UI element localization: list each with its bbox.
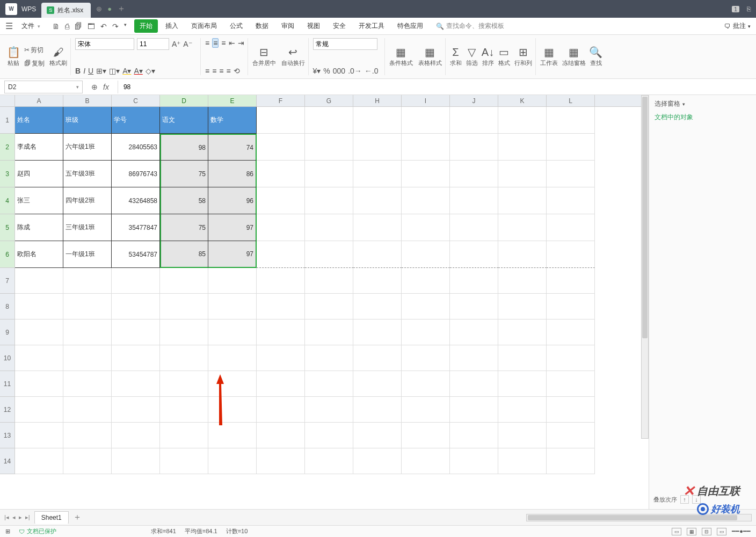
filter-button[interactable]: ▽筛选 bbox=[466, 46, 478, 67]
cell-C8[interactable] bbox=[112, 294, 160, 320]
align-middle-icon[interactable]: ≡ bbox=[212, 38, 219, 48]
cell-K12[interactable] bbox=[498, 397, 547, 423]
row-header-2[interactable]: 2 bbox=[0, 134, 15, 161]
tab-pin-icon[interactable]: ⊕ bbox=[96, 5, 102, 13]
font-size-select[interactable] bbox=[137, 38, 169, 50]
worksheet-button[interactable]: ▦工作表 bbox=[540, 46, 558, 67]
cell-F3[interactable] bbox=[257, 161, 305, 187]
cell-I12[interactable] bbox=[402, 397, 450, 423]
selection-pane-title[interactable]: 选择窗格 ▾ bbox=[655, 99, 751, 108]
row-header-6[interactable]: 6 bbox=[0, 241, 15, 268]
cell-B9[interactable] bbox=[63, 320, 112, 345]
cell-B5[interactable]: 三年级1班 bbox=[63, 214, 112, 241]
cell-K9[interactable] bbox=[498, 320, 547, 345]
window-count-badge[interactable]: 1 bbox=[732, 6, 739, 12]
move-down-button[interactable]: ↓ bbox=[692, 495, 701, 504]
cell-I3[interactable] bbox=[402, 161, 450, 187]
fill-color-icon[interactable]: A▾ bbox=[122, 67, 131, 75]
cell-F12[interactable] bbox=[257, 397, 305, 423]
cell-E11[interactable] bbox=[208, 371, 257, 397]
number-format-select[interactable] bbox=[313, 38, 377, 50]
cell-B6[interactable]: 一年级1班 bbox=[63, 241, 112, 268]
name-box[interactable]: D2 ▾ bbox=[4, 81, 83, 93]
cell-F6[interactable] bbox=[257, 241, 305, 268]
copy-button[interactable]: 🗐复制 bbox=[22, 58, 47, 69]
tab-developer[interactable]: 开发工具 bbox=[353, 19, 390, 33]
cell-F9[interactable] bbox=[257, 320, 305, 345]
column-header-H[interactable]: H bbox=[353, 95, 402, 106]
cell-J11[interactable] bbox=[450, 371, 498, 397]
row-header-13[interactable]: 13 bbox=[0, 423, 15, 448]
sheet-next-icon[interactable]: ▸ bbox=[19, 514, 22, 521]
cell-C13[interactable] bbox=[112, 423, 160, 448]
cell-L14[interactable] bbox=[547, 448, 595, 474]
command-search[interactable]: 🔍 查找命令、搜索模板 bbox=[436, 21, 504, 31]
cell-A11[interactable] bbox=[15, 371, 63, 397]
sheet-first-icon[interactable]: |◂ bbox=[4, 514, 9, 521]
tab-home[interactable]: 开始 bbox=[134, 19, 158, 33]
cell-C9[interactable] bbox=[112, 320, 160, 345]
cell-J13[interactable] bbox=[450, 423, 498, 448]
cell-D12[interactable] bbox=[160, 397, 208, 423]
save-icon[interactable]: 🗎 bbox=[52, 22, 60, 31]
column-header-A[interactable]: A bbox=[15, 95, 63, 106]
tab-security[interactable]: 安全 bbox=[328, 19, 351, 33]
file-menu[interactable]: 文件 ▾ bbox=[17, 19, 45, 33]
cell-F14[interactable] bbox=[257, 448, 305, 474]
column-header-J[interactable]: J bbox=[450, 95, 498, 106]
tab-insert[interactable]: 插入 bbox=[160, 19, 184, 33]
row-header-5[interactable]: 5 bbox=[0, 214, 15, 241]
wrap-text-button[interactable]: ↩ 自动换行 bbox=[281, 46, 305, 67]
view-break-icon[interactable]: ⊟ bbox=[702, 528, 711, 535]
cell-G2[interactable] bbox=[305, 134, 353, 161]
cell-A2[interactable]: 李成名 bbox=[15, 134, 63, 161]
cell-G11[interactable] bbox=[305, 371, 353, 397]
spreadsheet-grid[interactable]: ABCDEFGHIJKL 1姓名班级学号语文数学2李成名六年级1班2840556… bbox=[0, 95, 649, 509]
protected-status[interactable]: 🛡 文档已保护 bbox=[19, 527, 56, 535]
cell-G14[interactable] bbox=[305, 448, 353, 474]
cell-F8[interactable] bbox=[257, 294, 305, 320]
cell-L13[interactable] bbox=[547, 423, 595, 448]
cell-G3[interactable] bbox=[305, 161, 353, 187]
italic-icon[interactable]: I bbox=[83, 67, 85, 75]
cell-E10[interactable] bbox=[208, 345, 257, 371]
cell-F11[interactable] bbox=[257, 371, 305, 397]
paste-button[interactable]: 📋 粘贴 bbox=[8, 46, 19, 67]
cell-E9[interactable] bbox=[208, 320, 257, 345]
cell-H3[interactable] bbox=[353, 161, 402, 187]
cell-E6[interactable]: 97 bbox=[208, 241, 257, 268]
cell-A5[interactable]: 陈成 bbox=[15, 214, 63, 241]
cell-G13[interactable] bbox=[305, 423, 353, 448]
cell-C4[interactable]: 43264858 bbox=[112, 187, 160, 214]
row-header-7[interactable]: 7 bbox=[0, 268, 15, 294]
cell-I7[interactable] bbox=[402, 268, 450, 294]
align-left-icon[interactable]: ≡ bbox=[205, 67, 209, 75]
cell-G8[interactable] bbox=[305, 294, 353, 320]
document-tab[interactable]: S 姓名.xlsx bbox=[41, 3, 91, 18]
window-menu-icon[interactable]: ⎘ bbox=[747, 5, 751, 13]
cell-J4[interactable] bbox=[450, 187, 498, 214]
cell-I5[interactable] bbox=[402, 214, 450, 241]
print-preview-icon[interactable]: 🗐 bbox=[75, 22, 82, 31]
sheet-nav-buttons[interactable]: |◂ ◂ ▸ ▸| bbox=[4, 514, 30, 521]
row-header-3[interactable]: 3 bbox=[0, 161, 15, 187]
cell-B12[interactable] bbox=[63, 397, 112, 423]
cell-H13[interactable] bbox=[353, 423, 402, 448]
cell-H9[interactable] bbox=[353, 320, 402, 345]
cell-D8[interactable] bbox=[160, 294, 208, 320]
cell-G1[interactable] bbox=[305, 107, 353, 134]
cell-E1[interactable]: 数学 bbox=[208, 107, 257, 134]
cell-C2[interactable]: 28405563 bbox=[112, 134, 160, 161]
cell-E4[interactable]: 96 bbox=[208, 187, 257, 214]
cell-L11[interactable] bbox=[547, 371, 595, 397]
row-header-11[interactable]: 11 bbox=[0, 371, 15, 397]
cell-K4[interactable] bbox=[498, 187, 547, 214]
cell-D3[interactable]: 75 bbox=[160, 161, 208, 187]
cell-E12[interactable] bbox=[208, 397, 257, 423]
column-header-E[interactable]: E bbox=[208, 95, 257, 106]
cell-A6[interactable]: 欧阳名 bbox=[15, 241, 63, 268]
cell-H2[interactable] bbox=[353, 134, 402, 161]
tab-data[interactable]: 数据 bbox=[250, 19, 274, 33]
cell-D13[interactable] bbox=[160, 423, 208, 448]
cell-H12[interactable] bbox=[353, 397, 402, 423]
